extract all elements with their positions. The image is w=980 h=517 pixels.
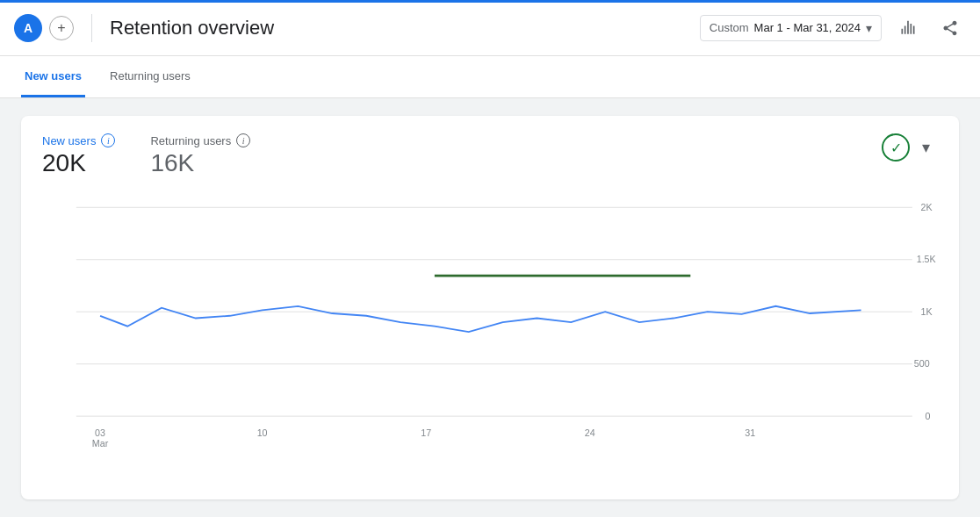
custom-label: Custom (710, 21, 749, 34)
main-content: New users i 20K Returning users i 16K ✓ … (0, 98, 980, 517)
metric-dropdown-button[interactable]: ▾ (913, 135, 938, 160)
new-users-metric: New users i 20K (42, 133, 115, 177)
topbar-left: A + Retention overview (14, 14, 700, 42)
new-users-info-icon[interactable]: i (101, 133, 115, 147)
returning-users-label: Returning users (150, 134, 231, 147)
bar-chart-icon (899, 19, 917, 37)
x-axis-10: 10 (257, 428, 268, 438)
add-account-button[interactable]: + (49, 16, 74, 40)
chart-area: 2K 1.5K 1K 500 0 03 Mar 10 17 24 31 (42, 191, 938, 464)
chart-view-button[interactable] (892, 12, 924, 44)
x-axis-03: 03 (95, 428, 105, 438)
y-axis-2k: 2K (921, 203, 933, 212)
returning-users-value: 16K (150, 149, 250, 177)
metrics-row: New users i 20K Returning users i 16K ✓ … (42, 133, 938, 177)
new-users-value: 20K (42, 149, 115, 177)
progress-bar (0, 0, 980, 3)
returning-users-metric: Returning users i 16K (150, 133, 250, 177)
page-title: Retention overview (110, 17, 274, 39)
x-axis-mar: Mar (92, 439, 109, 449)
chevron-down-icon: ▾ (866, 21, 872, 35)
tab-new-users[interactable]: New users (21, 56, 85, 97)
y-axis-500: 500 (914, 360, 930, 370)
y-axis-1k: 1K (921, 307, 933, 317)
share-button[interactable] (934, 12, 966, 44)
x-axis-31: 31 (745, 428, 755, 438)
y-axis-0: 0 (925, 412, 930, 421)
share-icon (941, 19, 959, 37)
y-axis-1-5k: 1.5K (917, 255, 936, 265)
returning-users-info-icon[interactable]: i (236, 133, 250, 147)
topbar-divider (91, 14, 92, 42)
date-range-text: Mar 1 - Mar 31, 2024 (754, 21, 861, 34)
avatar[interactable]: A (14, 14, 42, 42)
returning-users-label-row: Returning users i (150, 133, 250, 147)
retention-chart: 2K 1.5K 1K 500 0 03 Mar 10 17 24 31 (42, 191, 938, 464)
tab-returning-users[interactable]: Returning users (106, 56, 194, 97)
new-users-label: New users (42, 134, 96, 147)
retention-card: New users i 20K Returning users i 16K ✓ … (21, 116, 959, 499)
x-axis-24: 24 (585, 428, 595, 438)
new-users-line (100, 306, 861, 332)
date-range-selector[interactable]: Custom Mar 1 - Mar 31, 2024 ▾ (700, 15, 882, 41)
topbar: A + Retention overview Custom Mar 1 - Ma… (0, 0, 980, 56)
x-axis-17: 17 (421, 428, 431, 438)
checkmark-button[interactable]: ✓ (882, 133, 910, 162)
topbar-right: Custom Mar 1 - Mar 31, 2024 ▾ (700, 12, 966, 44)
metric-actions: ✓ ▾ (882, 133, 938, 162)
new-users-label-row: New users i (42, 133, 115, 147)
tabbar: New users Returning users (0, 56, 980, 98)
